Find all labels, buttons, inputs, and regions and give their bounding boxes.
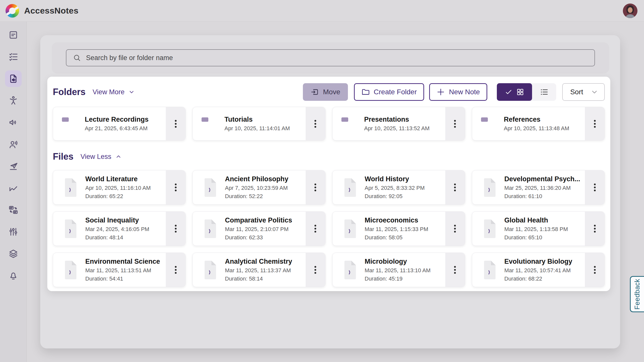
folder-name: Tutorials (224, 116, 290, 123)
sidebar-item-settings[interactable] (5, 223, 22, 240)
file-menu-button[interactable] (585, 170, 605, 204)
voice-icon (8, 139, 18, 149)
list-view-toggle[interactable] (532, 83, 556, 101)
layers-icon (8, 249, 18, 259)
file-date: Apr 5, 2025, 8:33:32 PM (365, 185, 425, 191)
folder-menu-button[interactable] (445, 107, 465, 140)
search-input[interactable]: Search by file or folder name (66, 49, 595, 66)
sidebar-item-convert[interactable] (5, 202, 22, 218)
files-view-less[interactable]: View Less (80, 153, 122, 161)
file-duration: Duration: 54:41 (85, 276, 160, 282)
search-icon (73, 54, 81, 62)
folder-date: Apr 10, 2025, 11:13:52 AM (364, 125, 430, 132)
kebab-icon (594, 187, 596, 188)
note-icon (8, 30, 18, 40)
files-grid: World Literature Apr 10, 2025, 11:16:10 … (53, 170, 605, 287)
folders-view-more[interactable]: View More (93, 88, 135, 96)
file-name: World History (365, 175, 425, 183)
file-name: Microeconomics (365, 216, 428, 224)
feedback-button[interactable]: Feedback (630, 276, 644, 312)
sidebar-item-checklist[interactable] (5, 49, 22, 65)
grid-view-toggle[interactable] (497, 83, 532, 101)
file-date: Mar 11, 2025, 10:57:41 AM (504, 267, 572, 274)
file-menu-button[interactable] (306, 170, 325, 204)
file-menu-button[interactable] (166, 212, 185, 246)
grid-view-icon (516, 88, 524, 96)
file-card[interactable]: Comparative Politics Mar 11, 2025, 2:10:… (192, 211, 325, 246)
folder-menu-button[interactable] (306, 107, 325, 140)
file-card[interactable]: Global Health Mar 11, 2025, 1:13:58 PM D… (472, 211, 605, 246)
accessibility-icon (8, 96, 18, 106)
file-card[interactable]: Evolutionary Biology Mar 11, 2025, 10:57… (472, 253, 605, 287)
file-date: Mar 11, 2025, 11:13:10 AM (365, 267, 431, 274)
sidebar-item-accessibility[interactable] (5, 92, 22, 109)
sidebar-item-speaker[interactable] (5, 114, 22, 131)
file-card[interactable]: World Literature Apr 10, 2025, 11:16:10 … (53, 170, 186, 205)
folder-menu-button[interactable] (585, 107, 605, 140)
file-name: Comparative Politics (225, 216, 292, 224)
file-menu-button[interactable] (445, 212, 465, 246)
file-date: Mar 24, 2025, 4:16:05 PM (85, 226, 149, 233)
sliders-icon (8, 227, 18, 237)
folder-card[interactable]: Tutorials Apr 10, 2025, 11:14:01 AM (192, 107, 325, 141)
file-menu-button[interactable] (166, 170, 185, 204)
folder-color-icon (480, 117, 498, 131)
file-card[interactable]: Environmental Science Mar 11, 2025, 11:1… (53, 253, 186, 287)
kebab-icon (314, 187, 316, 188)
new-note-label: New Note (449, 88, 480, 96)
list-view-icon (540, 87, 549, 97)
file-card[interactable]: Microbiology Mar 11, 2025, 11:13:10 AM D… (332, 253, 465, 287)
files-heading: Files (53, 151, 73, 162)
sort-label: Sort (570, 88, 583, 96)
sidebar-item-analytics[interactable] (5, 180, 22, 196)
user-avatar[interactable] (623, 4, 637, 18)
file-menu-button[interactable] (166, 253, 185, 287)
kebab-icon (454, 228, 456, 230)
file-menu-button[interactable] (445, 253, 465, 287)
file-menu-button[interactable] (306, 253, 325, 287)
folder-menu-button[interactable] (166, 107, 185, 140)
view-less-label: View Less (80, 153, 111, 161)
create-folder-button[interactable]: Create Folder (354, 83, 424, 101)
speaker-icon (8, 117, 18, 127)
file-date: Apr 7, 2025, 10:23:59 AM (225, 185, 288, 191)
sidebar-item-audio-notes[interactable] (5, 70, 22, 87)
file-menu-button[interactable] (445, 170, 465, 204)
sidebar-item-notifications[interactable] (5, 267, 22, 284)
file-duration: Duration: 61:10 (504, 193, 580, 200)
file-duration: Duration: 65:10 (504, 234, 568, 241)
sidebar-item-plane[interactable] (5, 158, 22, 174)
sidebar-item-voice[interactable] (5, 136, 22, 153)
sort-button[interactable]: Sort (562, 83, 605, 101)
kebab-icon (454, 123, 456, 125)
folder-card[interactable]: References Apr 10, 2025, 11:13:48 AM (472, 107, 605, 141)
file-card[interactable]: Developmental Psych... Mar 25, 2025, 11:… (472, 170, 605, 205)
file-card[interactable]: Social Inequality Mar 24, 2025, 4:16:05 … (53, 211, 186, 246)
file-name: Developmental Psych... (504, 175, 580, 183)
sidebar-item-notes[interactable] (5, 27, 22, 43)
folder-card[interactable]: Presentations Apr 10, 2025, 11:13:52 AM (332, 107, 465, 141)
file-card[interactable]: Microeconomics Mar 11, 2025, 1:15:33 PM … (332, 211, 465, 246)
file-menu-button[interactable] (585, 253, 605, 287)
folder-card[interactable]: Lecture Recordings Apr 21, 2025, 6:43:45… (53, 107, 186, 141)
file-card[interactable]: World History Apr 5, 2025, 8:33:32 PM Du… (332, 170, 465, 205)
kebab-icon (175, 269, 177, 271)
file-menu-button[interactable] (306, 212, 325, 246)
new-note-button[interactable]: New Note (429, 83, 487, 101)
file-name: Social Inequality (85, 216, 149, 224)
move-button[interactable]: Move (303, 83, 348, 101)
create-folder-label: Create Folder (374, 88, 417, 96)
file-menu-button[interactable] (585, 212, 605, 246)
audio-file-icon (61, 218, 80, 239)
kebab-icon (175, 123, 177, 125)
chevron-down-icon (128, 88, 135, 96)
file-duration: Duration: 68:22 (504, 276, 572, 282)
convert-notes-icon (8, 205, 18, 215)
file-date: Mar 11, 2025, 1:13:58 PM (504, 226, 568, 233)
sidebar-item-layers[interactable] (5, 245, 22, 262)
kebab-icon (454, 269, 456, 271)
file-card[interactable]: Analytical Chemistry Mar 11, 2025, 11:13… (192, 253, 325, 287)
file-card[interactable]: Ancient Philosophy Apr 7, 2025, 10:23:59… (192, 170, 325, 205)
folder-color-icon (61, 117, 79, 131)
folders-heading: Folders (53, 87, 86, 97)
